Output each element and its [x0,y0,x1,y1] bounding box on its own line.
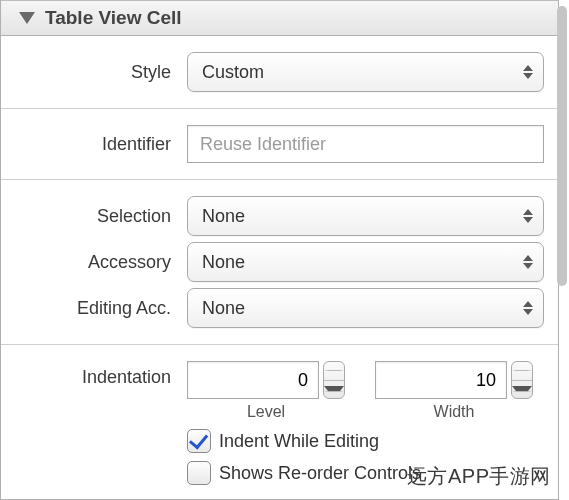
selection-popup[interactable]: None [187,196,544,236]
updown-arrows-icon [523,301,533,315]
indentation-level-stepper[interactable] [323,361,345,399]
selection-value: None [202,206,245,227]
indentation-width-sublabel: Width [434,403,475,421]
table-view-cell-inspector: Table View Cell Style Custom Identifier [0,0,559,500]
style-popup[interactable]: Custom [187,52,544,92]
shows-reorder-label: Shows Re-order Controls [219,463,421,484]
indentation-width-field[interactable] [375,361,507,399]
identifier-field[interactable] [187,125,544,163]
style-value: Custom [202,62,264,83]
group-identifier: Identifier [1,109,558,180]
editing-acc-popup[interactable]: None [187,288,544,328]
accessory-popup[interactable]: None [187,242,544,282]
updown-arrows-icon [523,255,533,269]
style-label: Style [1,62,187,83]
editing-acc-label: Editing Acc. [1,298,187,319]
indentation-level-sublabel: Level [247,403,285,421]
updown-arrows-icon [523,209,533,223]
group-selection-accessory: Selection None Accessory None [1,180,558,345]
updown-arrows-icon [523,65,533,79]
shows-reorder-checkbox[interactable] [187,461,211,485]
indentation-width-block: Width [375,361,533,421]
indent-while-editing-checkbox[interactable] [187,429,211,453]
watermark-text: 远方APP手游网 [407,463,551,490]
indentation-width-stepper[interactable] [511,361,533,399]
vertical-scrollbar[interactable] [557,6,567,286]
indentation-level-block: Level [187,361,345,421]
group-style: Style Custom [1,36,558,109]
indentation-level-field[interactable] [187,361,319,399]
selection-label: Selection [1,206,187,227]
editing-acc-value: None [202,298,245,319]
disclosure-triangle-icon [19,12,35,24]
section-title: Table View Cell [45,7,182,29]
accessory-value: None [202,252,245,273]
indent-while-editing-label: Indent While Editing [219,431,379,452]
section-header[interactable]: Table View Cell [1,0,558,36]
indentation-label: Indentation [1,361,187,388]
indent-while-editing-row[interactable]: Indent While Editing [187,429,544,453]
identifier-label: Identifier [1,134,187,155]
accessory-label: Accessory [1,252,187,273]
